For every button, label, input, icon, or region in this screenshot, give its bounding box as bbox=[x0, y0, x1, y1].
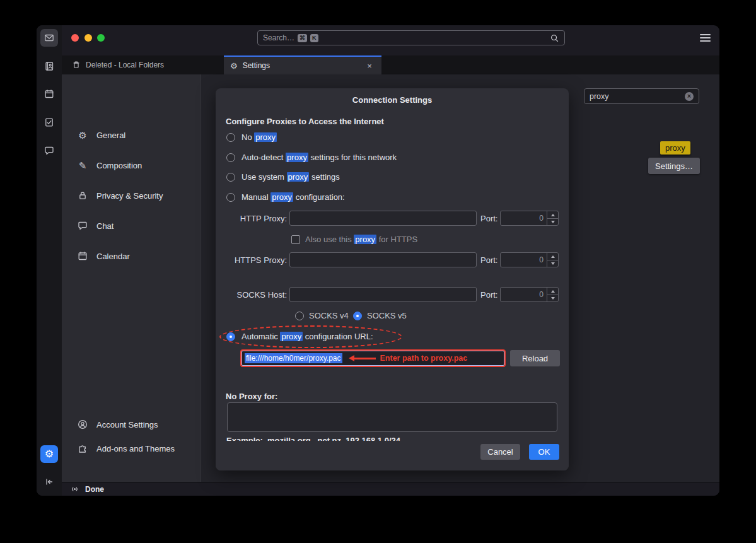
dialog-title: Connection Settings bbox=[216, 95, 569, 105]
radio-label: No proxy bbox=[241, 132, 277, 142]
cancel-button[interactable]: Cancel bbox=[480, 444, 520, 460]
connection-settings-button[interactable]: Settings… bbox=[648, 158, 700, 174]
spinner-arrows-icon[interactable] bbox=[547, 288, 558, 301]
http-proxy-label: HTTP Proxy: bbox=[216, 214, 287, 223]
sidebar-item-label: Calendar bbox=[96, 252, 130, 261]
socks-port-stepper[interactable]: 0 bbox=[500, 287, 559, 302]
puzzle-icon bbox=[77, 443, 88, 454]
tasks-icon[interactable] bbox=[42, 115, 57, 130]
radio-icon[interactable] bbox=[226, 173, 235, 182]
dialog-footer: Cancel OK bbox=[216, 441, 569, 470]
window-close-button[interactable] bbox=[71, 34, 79, 42]
tab-settings[interactable]: ⚙ Settings × bbox=[224, 55, 381, 74]
collapse-rail-icon[interactable] bbox=[42, 474, 57, 489]
radio-socks-v4[interactable]: SOCKS v4 bbox=[295, 311, 349, 320]
radio-icon[interactable] bbox=[226, 332, 235, 341]
gear-icon: ⚙ bbox=[230, 62, 238, 70]
close-icon[interactable]: × bbox=[364, 60, 375, 71]
chat-icon bbox=[77, 220, 88, 231]
calendar-rail-icon[interactable] bbox=[42, 86, 57, 102]
radio-label: SOCKS v4 bbox=[309, 311, 349, 320]
activity-broadcast-icon bbox=[70, 484, 79, 494]
sidebar-item-composition[interactable]: ✎ Composition bbox=[62, 157, 201, 173]
port-value: 0 bbox=[539, 255, 544, 264]
tab-deleted-local-folders[interactable]: Deleted - Local Folders bbox=[72, 55, 164, 74]
settings-tab-label: Settings bbox=[243, 61, 270, 70]
annotation-text: Enter path to proxy.pac bbox=[380, 354, 468, 363]
chat-rail-icon[interactable] bbox=[42, 143, 57, 158]
radio-icon[interactable] bbox=[226, 133, 235, 142]
address-book-icon[interactable] bbox=[42, 59, 57, 74]
radio-icon[interactable] bbox=[295, 312, 304, 320]
radio-label: Use system proxy settings bbox=[241, 172, 340, 182]
clear-search-icon[interactable]: × bbox=[685, 92, 694, 101]
radio-label: Manual proxy configuration: bbox=[241, 192, 345, 202]
sidebar-item-label: Composition bbox=[96, 161, 142, 170]
find-highlight-proxy: proxy bbox=[660, 141, 690, 155]
spinner-arrows-icon[interactable] bbox=[547, 253, 558, 267]
radio-icon[interactable] bbox=[353, 312, 362, 320]
k-key-badge: K bbox=[310, 34, 318, 42]
annotation-red-box: file:///home/h0mer/proxy.pac Enter path … bbox=[240, 349, 506, 367]
settings-search-input[interactable]: proxy × bbox=[584, 88, 699, 104]
sidebar-item-calendar[interactable]: Calendar bbox=[62, 248, 201, 264]
https-port-stepper[interactable]: 0 bbox=[500, 252, 559, 267]
sidebar-item-label: General bbox=[96, 131, 125, 140]
spinner-arrows-icon[interactable] bbox=[547, 211, 558, 225]
sidebar-item-chat[interactable]: Chat bbox=[62, 218, 201, 234]
radio-icon[interactable] bbox=[226, 153, 235, 162]
http-port-stepper[interactable]: 0 bbox=[500, 211, 559, 226]
sidebar-item-privacy-security[interactable]: Privacy & Security bbox=[62, 187, 201, 204]
search-placeholder: Search… bbox=[263, 33, 294, 42]
gear-icon: ⚙ bbox=[77, 129, 88, 141]
thunderbird-window: ⚙ Search… ⌘ K Deleted - Local F bbox=[37, 25, 719, 496]
lock-icon bbox=[77, 190, 88, 201]
app-menu-icon[interactable] bbox=[700, 34, 711, 42]
sidebar-item-addons-themes[interactable]: Add-ons and Themes bbox=[62, 440, 201, 457]
ok-button[interactable]: OK bbox=[529, 444, 559, 460]
mail-icon[interactable] bbox=[40, 29, 58, 47]
checkbox-icon[interactable] bbox=[291, 235, 300, 244]
checkbox-label: Also use this proxy for HTTPS bbox=[305, 235, 417, 244]
sidebar-item-label: Add-ons and Themes bbox=[96, 444, 175, 453]
radio-automatic-url[interactable]: Automatic proxy configuration URL: bbox=[226, 332, 373, 341]
proxy-url-input[interactable]: file:///home/h0mer/proxy.pac Enter path … bbox=[241, 351, 504, 366]
account-icon bbox=[77, 419, 88, 430]
https-proxy-label: HTTPS Proxy: bbox=[216, 255, 287, 265]
radio-icon[interactable] bbox=[226, 193, 235, 202]
radio-auto-detect[interactable]: Auto-detect proxy settings for this netw… bbox=[226, 153, 397, 162]
envelope-icon bbox=[44, 33, 54, 43]
settings-gear-active-icon[interactable]: ⚙ bbox=[40, 445, 58, 463]
radio-use-system[interactable]: Use system proxy settings bbox=[226, 172, 340, 182]
desktop-background: ⚙ Search… ⌘ K Deleted - Local F bbox=[0, 0, 756, 543]
checkbox-also-use-https[interactable]: Also use this proxy for HTTPS bbox=[291, 235, 417, 244]
folder-tab-label: Deleted - Local Folders bbox=[86, 61, 164, 69]
gear-icon: ⚙ bbox=[45, 449, 54, 459]
settings-search-value: proxy bbox=[590, 92, 609, 101]
sidebar-item-label: Account Settings bbox=[96, 420, 158, 429]
search-icon bbox=[550, 33, 559, 43]
reload-button[interactable]: Reload bbox=[510, 350, 560, 366]
annotation-arrow-icon: Enter path to proxy.pac bbox=[349, 354, 468, 363]
cmd-key-badge: ⌘ bbox=[298, 34, 307, 42]
radio-no-proxy[interactable]: No proxy bbox=[226, 132, 277, 142]
port-label: Port: bbox=[480, 290, 497, 300]
socks-host-input[interactable] bbox=[289, 287, 477, 302]
port-label: Port: bbox=[480, 214, 497, 223]
port-value: 0 bbox=[539, 214, 544, 223]
window-minimize-button[interactable] bbox=[84, 34, 92, 42]
sidebar-item-label: Privacy & Security bbox=[96, 191, 163, 201]
status-text: Done bbox=[85, 485, 104, 494]
radio-socks-v5[interactable]: SOCKS v5 bbox=[353, 311, 407, 320]
radio-label: SOCKS v5 bbox=[367, 311, 407, 320]
sidebar-item-general[interactable]: ⚙ General bbox=[62, 127, 201, 143]
sidebar-item-account-settings[interactable]: Account Settings bbox=[62, 416, 201, 433]
http-proxy-input[interactable] bbox=[289, 211, 477, 226]
window-zoom-button[interactable] bbox=[97, 34, 105, 42]
https-proxy-input[interactable] bbox=[289, 252, 477, 267]
dialog-heading: Configure Proxies to Access the Internet bbox=[226, 117, 384, 126]
trash-icon bbox=[72, 61, 81, 69]
global-search-input[interactable]: Search… ⌘ K bbox=[257, 30, 565, 45]
radio-manual[interactable]: Manual proxy configuration: bbox=[226, 192, 345, 202]
no-proxy-for-textarea[interactable] bbox=[227, 402, 557, 432]
